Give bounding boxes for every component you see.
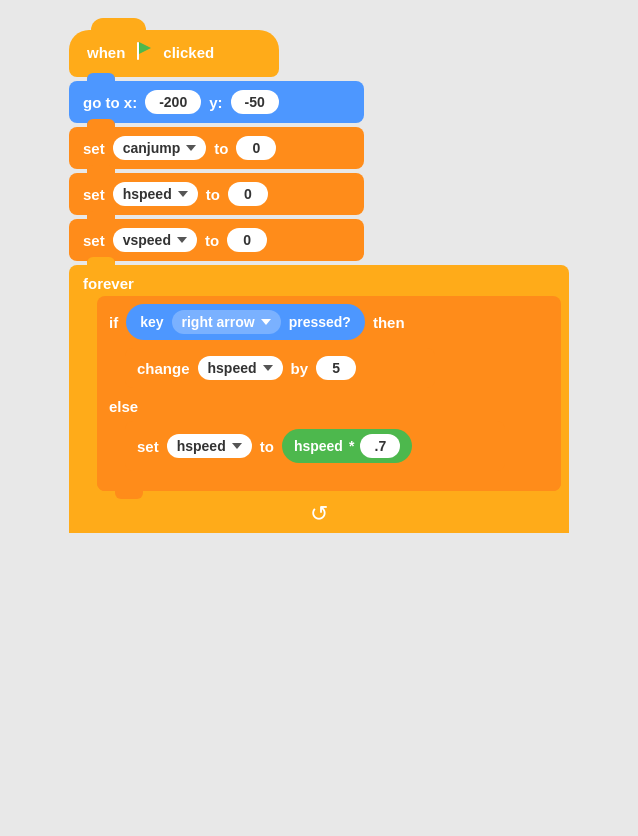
flag-icon xyxy=(133,40,155,65)
set-vspeed-block[interactable]: set vspeed to 0 xyxy=(69,219,364,261)
forever-outer: forever if key right arrow xyxy=(69,265,569,533)
if-block-outer: if key right arrow pressed? then xyxy=(97,296,561,491)
set2-to-label: to xyxy=(206,186,220,203)
hat-block[interactable]: when clicked xyxy=(69,30,279,77)
set-hspeed-block[interactable]: set hspeed to 0 xyxy=(69,173,364,215)
change-label: change xyxy=(137,360,190,377)
set3-block-wrap: set vspeed to 0 xyxy=(69,217,364,261)
set1-label: set xyxy=(83,140,105,157)
goto-y-label: y: xyxy=(209,94,222,111)
set-hspeed-dropdown-arrow xyxy=(232,443,242,449)
change-hspeed-block[interactable]: change hspeed by 5 xyxy=(125,348,435,388)
key-dropdown[interactable]: right arrow xyxy=(172,310,281,334)
if-bottom-notch xyxy=(115,489,143,499)
set1-to-label: to xyxy=(214,140,228,157)
set1-dropdown-arrow xyxy=(186,145,196,151)
goto-x-input[interactable]: -200 xyxy=(145,90,201,114)
if-header: if key right arrow pressed? then xyxy=(97,296,561,348)
change-dropdown-arrow xyxy=(263,365,273,371)
set-hspeed-var-dropdown[interactable]: hspeed xyxy=(167,434,252,458)
set-canjump-block[interactable]: set canjump to 0 xyxy=(69,127,364,169)
set2-var-dropdown[interactable]: hspeed xyxy=(113,182,198,206)
if-inner: change hspeed by 5 xyxy=(125,348,561,392)
set2-val-input[interactable]: 0 xyxy=(228,182,268,206)
then-label: then xyxy=(373,314,405,331)
goto-block-wrap: go to x: -200 y: -50 xyxy=(69,79,364,123)
set2-block-wrap: set hspeed to 0 xyxy=(69,171,364,215)
if-condition-pill[interactable]: key right arrow pressed? xyxy=(126,304,365,340)
set3-label: set xyxy=(83,232,105,249)
set3-dropdown-arrow xyxy=(177,237,187,243)
if-label: if xyxy=(109,314,118,331)
forever-top-notch xyxy=(87,257,115,267)
clicked-label: clicked xyxy=(163,44,214,61)
goto-block[interactable]: go to x: -200 y: -50 xyxy=(69,81,364,123)
svg-marker-1 xyxy=(139,42,151,54)
goto-y-input[interactable]: -50 xyxy=(231,90,279,114)
hat-block-wrap: when clicked xyxy=(69,30,279,77)
set3-val-input[interactable]: 0 xyxy=(227,228,267,252)
if-block-bottom xyxy=(97,479,561,491)
when-label: when xyxy=(87,44,125,61)
blocks-stack: when clicked go to x: -200 y: -50 xyxy=(69,30,569,533)
pressed-label: pressed? xyxy=(289,314,351,330)
forever-bottom-cap: ↺ xyxy=(69,495,569,533)
set2-dropdown-arrow xyxy=(178,191,188,197)
set2-label: set xyxy=(83,186,105,203)
forever-label: forever xyxy=(69,265,569,296)
refresh-icon: ↺ xyxy=(310,501,328,527)
mult-operator: * xyxy=(349,438,354,454)
set-hspeed-to-label: to xyxy=(260,438,274,455)
key-label: key xyxy=(140,314,163,330)
else-inner: set hspeed to hspeed * .7 xyxy=(125,421,561,479)
set-hspeed-mult-block[interactable]: set hspeed to hspeed * .7 xyxy=(125,421,505,471)
set1-block-wrap: set canjump to 0 xyxy=(69,125,364,169)
forever-block-wrap: forever if key right arrow xyxy=(69,265,569,533)
svg-rect-0 xyxy=(137,42,139,60)
green-oval-var: hspeed xyxy=(294,438,343,454)
set-hspeed-label: set xyxy=(137,438,159,455)
set3-to-label: to xyxy=(205,232,219,249)
change-var-dropdown[interactable]: hspeed xyxy=(198,356,283,380)
set3-var-dropdown[interactable]: vspeed xyxy=(113,228,197,252)
else-label: else xyxy=(97,392,561,421)
mult-val-input[interactable]: .7 xyxy=(360,434,400,458)
hspeed-mult-oval[interactable]: hspeed * .7 xyxy=(282,429,412,463)
key-dropdown-arrow xyxy=(261,319,271,325)
change-val-input[interactable]: 5 xyxy=(316,356,356,380)
forever-inner-content: if key right arrow pressed? then xyxy=(97,296,569,495)
scratch-canvas: when clicked go to x: -200 y: -50 xyxy=(0,0,638,836)
set1-val-input[interactable]: 0 xyxy=(236,136,276,160)
change-by-label: by xyxy=(291,360,309,377)
goto-label: go to x: xyxy=(83,94,137,111)
set1-var-dropdown[interactable]: canjump xyxy=(113,136,207,160)
